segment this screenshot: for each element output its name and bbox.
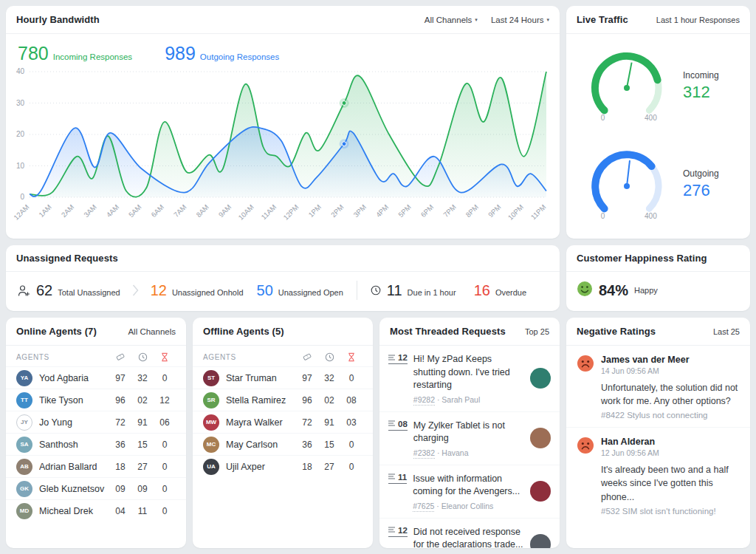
channels-filter-dropdown[interactable]: All Channels ▾ [425, 16, 478, 24]
sad-face-icon [577, 355, 594, 375]
outgoing-total: 989 [165, 43, 196, 64]
agent-name: Gleb Kuznetsov [39, 484, 109, 494]
avatar: GK [16, 481, 32, 497]
threaded-request-item[interactable]: 12 Did not received response for the dec… [379, 518, 560, 549]
agent-time-count: 27 [318, 462, 340, 472]
happiness-label: Happy [634, 286, 658, 295]
svg-text:10AM: 10AM [236, 203, 255, 222]
clock-icon [318, 352, 340, 362]
svg-text:10: 10 [16, 162, 25, 170]
threaded-requests-list: 12 Hi! My zPad Keeps shutting down. I've… [379, 346, 560, 548]
svg-text:12AM: 12AM [12, 203, 30, 222]
threaded-request-item[interactable]: 08 My Zylker Tablet is not charging #238… [379, 411, 560, 465]
agent-row[interactable]: SR Stella Ramirez 96 02 08 [193, 389, 373, 411]
agent-row[interactable]: ST Star Truman 97 32 0 [193, 366, 373, 389]
agent-overdue-count: 0 [340, 373, 362, 383]
stat-overdue[interactable]: 16 Overdue [474, 282, 526, 299]
request-title: Hi! My zPad Keeps shutting down. I've tr… [413, 353, 524, 392]
svg-text:11AM: 11AM [259, 203, 278, 222]
agent-row[interactable]: MC May Carlson 36 15 0 [193, 433, 373, 455]
svg-text:2PM: 2PM [329, 203, 346, 219]
stat-total-unassigned[interactable]: 62 Total Unassigned [36, 282, 120, 299]
happiness-title: Customer Happiness Rating [577, 253, 707, 264]
ticket-icon [109, 352, 131, 362]
request-title: Issue with information coming for the Av… [413, 473, 524, 499]
avatar [530, 368, 551, 389]
agent-row[interactable]: MW Mayra Walker 72 91 03 [193, 411, 373, 433]
stat-unassigned-open[interactable]: 50 Unassigned Open [257, 282, 343, 299]
threaded-request-item[interactable]: 12 Hi! My zPad Keeps shutting down. I've… [379, 346, 560, 411]
incoming-total: 780 [18, 43, 49, 64]
gauge-min-label: 0 [601, 114, 605, 122]
last-25-filter[interactable]: Last 25 [713, 327, 740, 336]
agent-ticket-count: 09 [109, 484, 131, 494]
online-agents-channel-filter[interactable]: All Channels [128, 327, 176, 336]
offline-agents-title: Offline Agents (5) [203, 326, 284, 337]
svg-text:7AM: 7AM [172, 203, 188, 219]
range-filter-dropdown[interactable]: Last 24 Hours ▾ [491, 16, 549, 24]
svg-text:5AM: 5AM [127, 203, 143, 219]
negative-rating-item[interactable]: Han Alderan 12 Jun 09:56 AM It's already… [566, 427, 750, 522]
most-threaded-card: Most Threaded Requests Top 25 12 Hi! My … [379, 318, 560, 548]
caret-down-icon: ▾ [475, 17, 478, 22]
ticket-icon [296, 352, 318, 362]
agent-row[interactable]: MD Micheal Drek 04 11 0 [6, 499, 186, 521]
agent-name: May Carlson [226, 440, 296, 450]
agent-name: Micheal Drek [39, 506, 109, 516]
agent-ticket-count: 36 [109, 440, 131, 450]
thread-count: 11 [388, 473, 407, 484]
request-meta: #2382 · Havana [413, 448, 524, 457]
gauge-value: 276 [683, 181, 719, 200]
agent-row[interactable]: GK Gleb Kuznetsov 09 09 0 [6, 477, 186, 499]
thread-lines-icon [388, 420, 396, 427]
agent-row[interactable]: YA Yod Agbaria 97 32 0 [6, 366, 186, 389]
rating-customer-name: James van der Meer [601, 355, 690, 365]
gauge-label: Incoming [683, 70, 719, 81]
svg-text:10PM: 10PM [506, 203, 525, 222]
agent-overdue-count: 0 [340, 462, 362, 472]
agent-ticket-count: 97 [109, 373, 131, 383]
online-agents-card: Online Agents (7) All Channels AGENTS [6, 318, 186, 548]
gauge-max-label: 400 [645, 212, 657, 220]
agent-row[interactable]: TT Tike Tyson 96 02 12 [6, 389, 186, 411]
agent-ticket-count: 96 [109, 395, 131, 406]
agent-row[interactable]: AB Adrian Ballard 18 27 0 [6, 455, 186, 477]
stat-due-1hour[interactable]: 11 Due in 1 hour [387, 282, 456, 299]
svg-text:9PM: 9PM [487, 203, 503, 219]
request-title: My Zylker Tablet is not charging [413, 420, 524, 445]
negative-rating-item[interactable]: James van der Meer 14 Jun 09:56 AM Unfor… [566, 346, 750, 427]
top-25-filter[interactable]: Top 25 [525, 327, 549, 336]
thread-lines-icon [388, 527, 396, 533]
svg-text:9AM: 9AM [217, 203, 233, 219]
agent-ticket-count: 97 [296, 373, 318, 383]
svg-text:6PM: 6PM [419, 203, 436, 219]
channels-filter-label: All Channels [425, 16, 472, 24]
agent-row[interactable]: SA Santhosh 36 15 0 [6, 433, 186, 455]
threaded-request-item[interactable]: 11 Issue with information coming for the… [379, 465, 560, 518]
svg-text:1AM: 1AM [37, 203, 53, 219]
negative-ratings-card: Negative Ratings Last 25 James van der M… [566, 318, 750, 548]
ticket-number: #9282 [413, 395, 435, 406]
agent-ticket-count: 18 [109, 462, 131, 472]
svg-text:0: 0 [20, 193, 24, 201]
thread-lines-icon [388, 473, 396, 480]
request-author: Eleanor Collins [441, 502, 494, 510]
request-title: Did not received response for the declar… [413, 526, 524, 549]
avatar: ST [203, 370, 219, 386]
agent-row[interactable]: JY Jo Yung 72 91 06 [6, 411, 186, 433]
legend-outgoing: 989 Outgoing Responses [165, 43, 279, 64]
most-threaded-title: Most Threaded Requests [390, 326, 506, 337]
svg-text:3PM: 3PM [351, 203, 368, 219]
agent-time-count: 15 [131, 440, 154, 450]
agent-name: Santhosh [39, 440, 109, 450]
agent-time-count: 09 [131, 484, 154, 494]
agent-overdue-count: 0 [154, 484, 176, 494]
agent-row[interactable]: UA Ujil Axper 18 27 0 [193, 455, 373, 477]
agent-overdue-count: 0 [154, 373, 176, 383]
agent-overdue-count: 12 [154, 395, 176, 406]
stat-unassigned-onhold[interactable]: 12 Unassigned Onhold [151, 282, 244, 299]
gauge-outgoing: 0400Outgoing276 [571, 135, 746, 233]
request-meta: #9282 · Sarah Paul [413, 395, 524, 404]
person-plus-icon [18, 284, 30, 297]
rating-ticket: #532 SIM slot isn't functioning! [601, 507, 740, 516]
